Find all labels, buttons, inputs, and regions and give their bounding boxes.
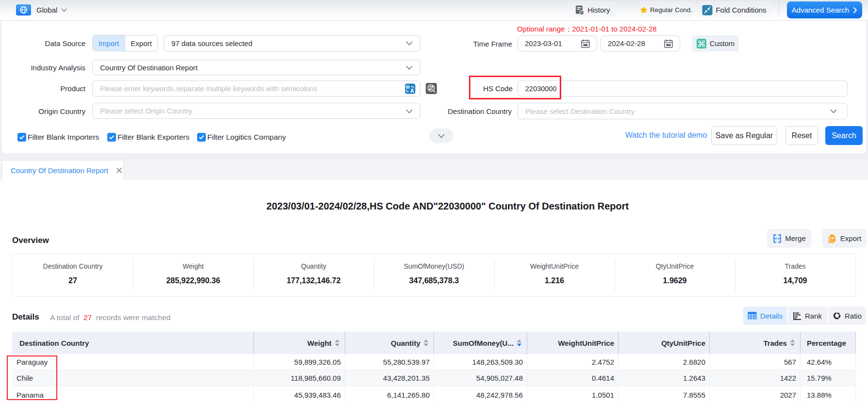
svg-text:A: A [410, 88, 414, 94]
